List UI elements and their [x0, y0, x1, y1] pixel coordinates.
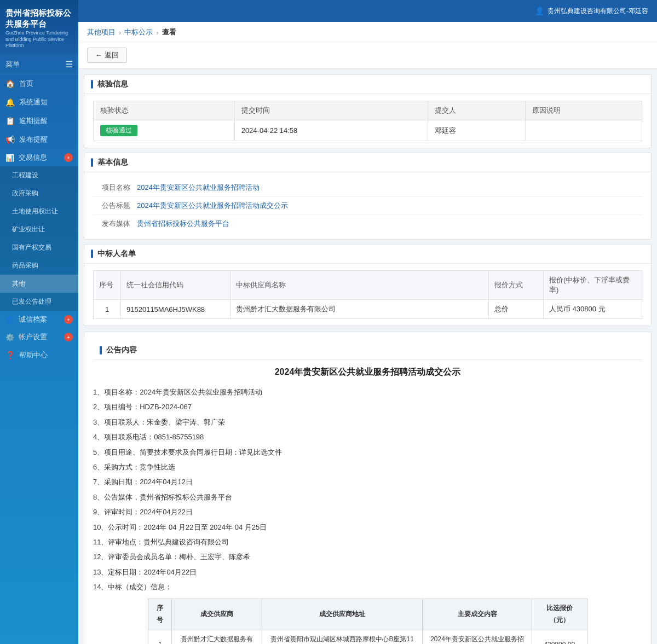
hamburger-icon[interactable]: ☰ [65, 59, 73, 69]
announcement-section-title: 公告内容 [106, 345, 137, 355]
sidebar-notify-label: 系统通知 [19, 97, 48, 107]
winner-col-credit: 统一社会信用代码 [121, 271, 230, 300]
breadcrumb-sep-2: › [156, 28, 158, 37]
verify-col-time: 提交时间 [234, 101, 428, 120]
engineering-label: 工程建设 [12, 171, 38, 180]
media-label: 发布媒体 [93, 219, 137, 229]
ann-item-6: 7、采购日期：2024年04月12日 [93, 475, 642, 488]
back-button[interactable]: ← 返回 [87, 48, 127, 63]
sidebar-item-engineering[interactable]: 工程建设 [0, 166, 78, 184]
verification-row: 核验通过 2024-04-22 14:58 邓廷容 [94, 120, 642, 141]
other-label: 其他 [12, 279, 25, 288]
credit-icon: 👤 [5, 316, 14, 324]
sidebar-item-land-use[interactable]: 土地使用权出让 [0, 202, 78, 221]
verify-reason-cell [525, 120, 642, 141]
inner-col-price: 比选报价（元） [532, 599, 587, 630]
project-name-label: 项目名称 [93, 183, 137, 193]
mineral-rights-label: 矿业权出让 [12, 225, 45, 234]
sidebar-item-mineral-rights[interactable]: 矿业权出让 [0, 221, 78, 239]
info-row-project-name: 项目名称 2024年贵安新区公共就业服务招聘活动 [93, 179, 642, 197]
announcement-section-header: 公告内容 [93, 341, 642, 360]
content-area: 其他项目 › 中标公示 › 查看 ← 返回 核验信息 核验状态 提交时间 [78, 22, 657, 644]
sidebar-item-help[interactable]: ❓ 帮助中心 [0, 346, 78, 364]
inner-price-0: 430800.00 [532, 630, 587, 644]
sidebar-submenu-transaction: 工程建设 政府采购 土地使用权出让 矿业权出让 国有产权交易 药品采购 其他 已… [0, 166, 78, 311]
verify-col-reason: 原因说明 [525, 101, 642, 120]
ann-item-1: 2、项目编号：HDZB-2024-067 [93, 401, 642, 413]
inner-col-supplier: 成交供应商 [172, 599, 262, 630]
sidebar-item-home[interactable]: 🏠 首页 [0, 74, 78, 93]
breadcrumb-item-1[interactable]: 中标公示 [124, 27, 153, 37]
inner-address-0: 贵州省贵阳市观山湖区林城西路摩根中心B座第11层B11-6号 [262, 630, 423, 644]
sidebar-transaction-header[interactable]: 📊 交易信息 + [0, 149, 78, 166]
ann-item-3: 4、项目联系电话：0851-85755198 [93, 431, 642, 443]
verification-body: 核验状态 提交时间 提交人 原因说明 核验通过 2024-04-22 14:58 [84, 94, 651, 148]
announcement-inner-table: 序号 成交供应商 成交供应商地址 主要成交内容 比选报价（元） 1 贵州黔才汇大… [148, 599, 587, 644]
ann-item-10: 11、评审地点：贵州弘典建设咨询有限公司 [93, 536, 642, 548]
land-use-label: 土地使用权出让 [12, 207, 58, 216]
winner-list-section: 中标人名单 序号 统一社会信用代码 中标供应商名称 报价方式 报价(中标价、下浮… [84, 244, 652, 326]
sidebar-item-published-process[interactable]: 已发公告处理 [0, 293, 78, 311]
inner-col-address: 成交供应商地址 [262, 599, 423, 630]
menu-label: 菜单 [5, 60, 20, 69]
announcement-title: 2024年贵安新区公共就业服务招聘活动成交公示 [93, 367, 642, 378]
sidebar-item-medicine-purchase[interactable]: 药品采购 [0, 257, 78, 275]
credit-badge: + [64, 315, 73, 324]
winner-list-body: 序号 统一社会信用代码 中标供应商名称 报价方式 报价(中标价、下浮率或费率) … [84, 264, 651, 326]
winner-col-bid-price: 报价(中标价、下浮率或费率) [544, 271, 642, 300]
winner-list-header: 中标人名单 [84, 245, 651, 264]
sidebar-item-system-notify[interactable]: 🔔 系统通知 [0, 93, 78, 112]
verify-col-status: 核验状态 [94, 101, 235, 120]
breadcrumb-item-2: 查看 [162, 27, 176, 37]
ann-item-9: 10、公示时间：2024年 04 月22日至 2024年 04 月25日 [93, 521, 642, 533]
sidebar-item-publish-remind[interactable]: 📢 发布提醒 [0, 130, 78, 149]
winner-col-seq: 序号 [94, 271, 121, 300]
announcement-body: 1、项目名称：2024年贵安新区公共就业服务招聘活动 2、项目编号：HDZB-2… [93, 386, 642, 644]
back-button-row: ← 返回 [78, 43, 657, 69]
info-row-media: 发布媒体 贵州省招标投标公共服务平台 [93, 215, 642, 233]
sidebar-account-header[interactable]: ⚙️ 帐户设置 + [0, 328, 78, 346]
account-icon: ⚙️ [5, 333, 14, 341]
verification-section: 核验信息 核验状态 提交时间 提交人 原因说明 [84, 74, 652, 148]
notice-title-value: 2024年贵安新区公共就业服务招聘活动成交公示 [137, 201, 642, 211]
transaction-label: 交易信息 [19, 153, 47, 163]
sidebar-item-deadline-remind[interactable]: 📋 逾期提醒 [0, 112, 78, 130]
winner-credit-0: 91520115MA6HJ5WK88 [121, 300, 230, 319]
project-name-value: 2024年贵安新区公共就业服务招聘活动 [137, 183, 642, 193]
user-icon: 👤 [535, 7, 544, 15]
basic-info-body: 项目名称 2024年贵安新区公共就业服务招聘活动 公告标题 2024年贵安新区公… [84, 172, 651, 239]
breadcrumb-sep-1: › [119, 28, 121, 37]
breadcrumb-item-0[interactable]: 其他项目 [87, 27, 116, 37]
ann-item-7: 8、公告媒体，贵州省招标投标公共服务平台 [93, 491, 642, 503]
status-badge: 核验通过 [100, 125, 137, 136]
winner-row-0: 1 91520115MA6HJ5WK88 贵州黔才汇大数据服务有限公司 总价 人… [94, 300, 642, 319]
verification-table: 核验状态 提交时间 提交人 原因说明 核验通过 2024-04-22 14:58 [93, 101, 642, 141]
sidebar-item-state-assets[interactable]: 国有产权交易 [0, 239, 78, 257]
inner-col-seq: 序号 [148, 599, 172, 630]
user-info: 👤 贵州弘典建设咨询有限公司-邓廷容 [535, 7, 648, 16]
breadcrumb: 其他项目 › 中标公示 › 查看 [78, 22, 657, 43]
winner-seq-0: 1 [94, 300, 121, 319]
ann-item-13: 14、中标（成交）信息： [93, 581, 642, 593]
user-label: 贵州弘典建设咨询有限公司-邓廷容 [548, 7, 648, 16]
transaction-badge: + [64, 153, 73, 162]
sidebar-menu-header: 菜单 ☰ [0, 55, 78, 74]
sidebar-header: 贵州省招标投标公共服务平台 GuiZhou Province Tendering… [0, 0, 78, 55]
sidebar-credit-header[interactable]: 👤 诚信档案 + [0, 311, 78, 328]
sidebar-item-other[interactable]: 其他 [0, 275, 78, 293]
announcement-section: 公告内容 2024年贵安新区公共就业服务招聘活动成交公示 1、项目名称：2024… [84, 332, 652, 644]
published-process-label: 已发公告处理 [12, 297, 51, 306]
info-row-notice-title: 公告标题 2024年贵安新区公共就业服务招聘活动成交公示 [93, 197, 642, 215]
deadline-icon: 📋 [5, 117, 15, 125]
notify-icon: 🔔 [5, 98, 15, 107]
home-icon: 🏠 [5, 79, 15, 88]
sidebar-title-sub: GuiZhou Province Tendering and Bidding P… [5, 30, 73, 49]
ann-item-0: 1、项目名称：2024年贵安新区公共就业服务招聘活动 [93, 386, 642, 398]
sidebar-deadline-label: 逾期提醒 [19, 116, 48, 126]
publish-icon: 📢 [5, 135, 15, 144]
medicine-purchase-label: 药品采购 [12, 261, 38, 270]
sidebar: 贵州省招标投标公共服务平台 GuiZhou Province Tendering… [0, 0, 78, 644]
basic-info-section: 基本信息 项目名称 2024年贵安新区公共就业服务招聘活动 公告标题 2024年… [84, 153, 652, 240]
sidebar-item-gov-purchase[interactable]: 政府采购 [0, 184, 78, 202]
winner-supplier-0: 贵州黔才汇大数据服务有限公司 [230, 300, 489, 319]
